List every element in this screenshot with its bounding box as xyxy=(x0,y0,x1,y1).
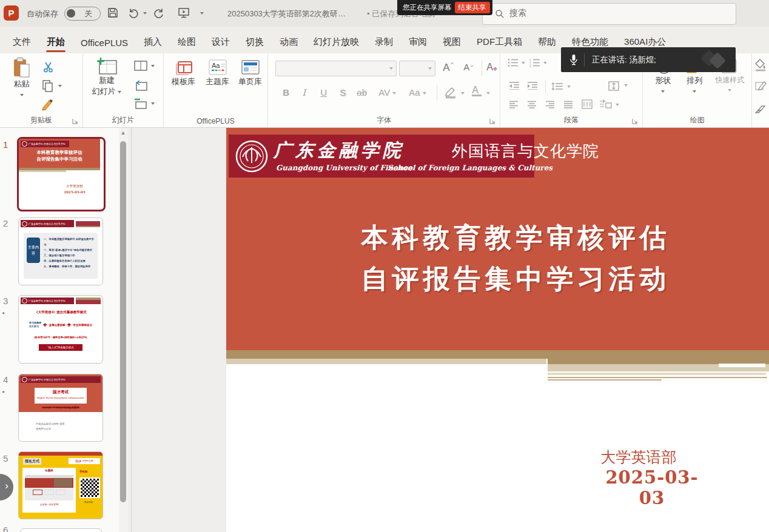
search-box[interactable] xyxy=(482,3,736,25)
school-banner[interactable]: 广东金融学院 外国语言与文化学院 Guangdong University of… xyxy=(229,135,534,178)
highlight-color-button[interactable] xyxy=(444,86,457,99)
bullets-dropdown[interactable] xyxy=(522,62,525,64)
clipboard-dialog-launcher[interactable] xyxy=(72,118,78,124)
tab-home[interactable]: 开始 xyxy=(39,32,73,53)
smartart-dropdown[interactable] xyxy=(616,104,619,106)
smartart-convert-button[interactable] xyxy=(599,99,612,109)
tab-slideshow[interactable]: 幻灯片放映 xyxy=(306,32,367,53)
align-center-button[interactable] xyxy=(527,101,537,108)
toggle-knob-icon xyxy=(67,9,75,18)
section-dropdown[interactable] xyxy=(151,102,155,105)
tab-record[interactable]: 录制 xyxy=(367,32,401,53)
text-direction-dropdown[interactable] xyxy=(624,84,628,87)
tab-view[interactable]: 视图 xyxy=(435,32,469,53)
font-color-dropdown[interactable] xyxy=(486,92,490,95)
strikethrough-button[interactable]: ab xyxy=(357,87,367,98)
document-title: 20250303大学英语部第2次教研… xyxy=(227,8,346,19)
undo-dropdown[interactable] xyxy=(143,12,147,15)
layout-button[interactable] xyxy=(134,61,147,71)
underline-button[interactable]: U xyxy=(320,87,327,98)
slideshow-icon xyxy=(177,7,190,19)
undo-button[interactable] xyxy=(127,7,139,19)
slide-thumbnail-6[interactable] xyxy=(20,528,102,532)
clear-formatting-button[interactable]: A◆ xyxy=(486,62,497,73)
paste-icon xyxy=(12,57,32,79)
font-name-select[interactable] xyxy=(275,61,397,76)
scissors-icon xyxy=(42,61,54,73)
slide-thumbnail-1[interactable]: 广东金融学院 外国语言与文化学院 本科教育教学审核评估 自评报告集中学习活动 大… xyxy=(17,137,106,211)
copy-dropdown[interactable] xyxy=(58,85,62,87)
slide-thumbnail-5[interactable]: 报名方式 CLA中国外文局 电脑版 全国统一报名官网 手机版 报名流程 xyxy=(18,451,103,519)
stripe-line1 xyxy=(548,377,767,378)
new-slide-button[interactable]: 新建 幻灯片 xyxy=(87,57,127,97)
university-seal-icon xyxy=(235,139,269,173)
change-case-button[interactable]: Aa xyxy=(409,87,426,98)
character-spacing-button[interactable]: AV xyxy=(378,87,396,98)
italic-button[interactable]: I xyxy=(302,87,306,98)
line-spacing-button[interactable] xyxy=(551,82,563,90)
reset-slide-button[interactable] xyxy=(134,80,147,91)
tab-pdf-toolbox[interactable]: PDF工具箱 xyxy=(469,32,530,53)
text-direction-button[interactable] xyxy=(607,80,620,92)
slide-dept-text[interactable]: 大学英语部 xyxy=(590,447,687,467)
paragraph-dialog-launcher[interactable] xyxy=(632,118,638,124)
align-right-button[interactable] xyxy=(545,101,555,108)
quick-access-dropdown[interactable] xyxy=(200,12,204,15)
slide-title-line1[interactable]: 本科教育教学审核评估 xyxy=(351,220,681,256)
paste-button[interactable]: 粘贴 xyxy=(6,57,38,99)
font-color-button[interactable]: A xyxy=(472,85,482,96)
copy-button[interactable] xyxy=(41,79,53,93)
bold-button[interactable]: B xyxy=(283,87,289,98)
numbering-button[interactable]: 123 xyxy=(529,58,540,67)
grow-font-button[interactable]: A⌃ xyxy=(443,62,454,74)
decrease-indent-button[interactable] xyxy=(509,81,520,90)
tab-transitions[interactable]: 切换 xyxy=(238,32,272,53)
scroll-up-arrow[interactable]: ▲ xyxy=(120,130,126,136)
tab-design[interactable]: 设计 xyxy=(204,32,238,53)
save-button[interactable] xyxy=(107,7,119,19)
tab-animations[interactable]: 动画 xyxy=(272,32,306,53)
tab-draw[interactable]: 绘图 xyxy=(170,32,204,53)
slide-date-text[interactable]: 2025-03-03 xyxy=(597,467,707,508)
page-library-button[interactable]: 单页库 xyxy=(234,58,267,87)
panel-scrollbar-thumb[interactable] xyxy=(120,141,126,502)
shape-outline-button[interactable] xyxy=(754,80,767,93)
search-input[interactable] xyxy=(508,7,717,18)
slide-canvas[interactable]: 广东金融学院 外国语言与文化学院 Guangdong University of… xyxy=(226,128,769,532)
slide-title-line2[interactable]: 自评报告集中学习活动 xyxy=(351,261,681,297)
shrink-font-button[interactable]: A⌄ xyxy=(463,62,474,72)
redo-button[interactable] xyxy=(153,7,165,19)
autosave-toggle[interactable]: 关 xyxy=(64,7,101,21)
template-library-button[interactable]: 模板库 xyxy=(167,58,200,87)
font-size-select[interactable] xyxy=(399,61,435,76)
shape-fill-button[interactable] xyxy=(754,58,767,71)
numbering-dropdown[interactable] xyxy=(543,62,547,64)
slideshow-button[interactable] xyxy=(177,7,190,19)
highlight-dropdown[interactable] xyxy=(461,92,465,95)
justify-button[interactable] xyxy=(563,101,573,108)
clipboard-group-label: 剪贴板 xyxy=(0,115,82,125)
tab-officeplus[interactable]: OfficePLUS xyxy=(73,33,136,53)
end-share-button[interactable]: 结束共享 xyxy=(455,2,490,13)
text-shadow-button[interactable]: S xyxy=(340,87,346,98)
font-dialog-launcher[interactable] xyxy=(489,118,495,124)
slide-thumbnail-4[interactable]: 广东金融学院 外国语言与文化学院 国才考试 English Test for I… xyxy=(18,374,103,442)
eraser-button[interactable] xyxy=(754,104,767,115)
slide-thumbnail-3[interactable]: 广东金融学院 外国语言与文化学院 《大学英语4》混合式慕课教学模式 学习通慕课自… xyxy=(18,295,103,364)
slide-thumbnail-2[interactable]: 广东金融学院 外国语言与文化学院 主要内容 一、本科教育教学审核评估 自评报告集… xyxy=(18,218,103,285)
align-left-button[interactable] xyxy=(509,101,519,108)
stripe-faint xyxy=(548,373,766,375)
tab-file[interactable]: 文件 xyxy=(5,32,39,53)
line-spacing-dropdown[interactable] xyxy=(567,85,571,88)
increase-indent-button[interactable] xyxy=(527,81,538,90)
tab-review[interactable]: 审阅 xyxy=(401,32,435,53)
section-button[interactable] xyxy=(134,98,147,109)
tab-insert[interactable]: 插入 xyxy=(136,32,170,53)
layout-dropdown[interactable] xyxy=(151,65,155,67)
tab-help[interactable]: 帮助 xyxy=(530,32,564,53)
cut-button[interactable] xyxy=(42,61,54,73)
columns-button[interactable] xyxy=(582,99,593,109)
format-painter-button[interactable] xyxy=(41,98,55,111)
theme-library-button[interactable]: Aa 主题库 xyxy=(201,58,234,87)
bullets-button[interactable] xyxy=(508,58,519,67)
